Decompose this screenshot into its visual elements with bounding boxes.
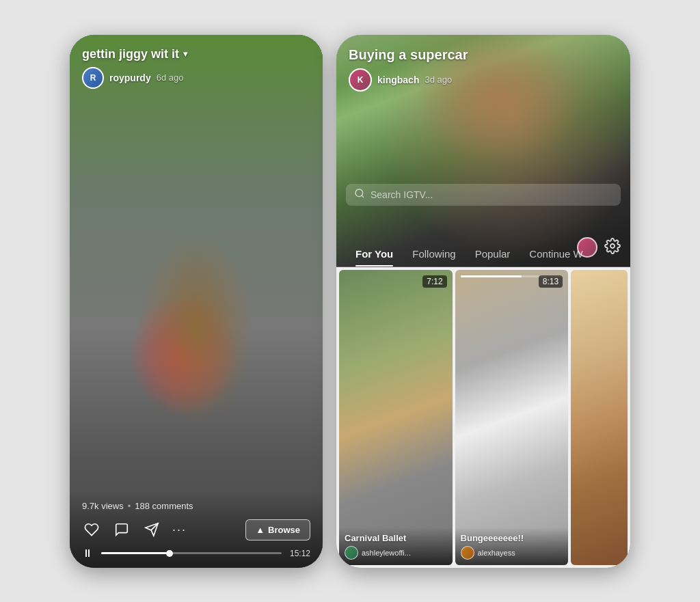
right-phone: Buying a supercar K kingbach 3d ago Sear… <box>336 35 630 568</box>
heart-icon[interactable] <box>82 520 101 539</box>
video-title-text: gettin jiggy wit it <box>82 47 179 61</box>
right-top-info: Buying a supercar K kingbach 3d ago <box>336 35 630 98</box>
left-video-background: gettin jiggy wit it ▾ R roypurdy 6d ago … <box>70 35 323 568</box>
kingbach-time-ago: 3d ago <box>425 74 452 85</box>
thumb-username-1: ashleylewoffi... <box>362 549 411 557</box>
tabs-row: For You Following Popular Continue W <box>336 241 630 267</box>
search-icon <box>354 188 365 202</box>
thumb-user-row-1: ashleylewoffi... <box>345 546 447 560</box>
search-bar[interactable]: Search IGTV... <box>346 184 621 206</box>
browse-button[interactable]: ▲ Browse <box>245 519 310 541</box>
dropdown-arrow-icon[interactable]: ▾ <box>183 49 187 59</box>
left-bottom-bar: 9.7k views • 188 comments <box>70 491 323 568</box>
chevron-up-icon: ▲ <box>256 525 265 535</box>
browse-label: Browse <box>268 525 300 535</box>
comment-count: 188 comments <box>135 501 193 511</box>
thumb-avatar-ballet <box>345 546 358 560</box>
user-row: R roypurdy 6d ago <box>82 67 310 89</box>
time-ago: 6d ago <box>157 72 184 83</box>
stats-row: 9.7k views • 188 comments <box>82 501 310 511</box>
view-count: 9.7k views <box>82 501 124 511</box>
thumb-progress-fill <box>461 275 522 277</box>
action-row: ··· ▲ Browse <box>82 519 310 541</box>
comment-icon[interactable] <box>112 520 131 539</box>
app-container: gettin jiggy wit it ▾ R roypurdy 6d ago … <box>49 14 651 588</box>
thumb-duration-1: 7:12 <box>422 275 446 288</box>
left-phone: gettin jiggy wit it ▾ R roypurdy 6d ago … <box>70 35 323 568</box>
avatar[interactable]: R <box>82 67 104 89</box>
progress-dot <box>166 550 173 557</box>
thumb-title-1: Carnival Ballet <box>345 533 447 543</box>
username[interactable]: roypurdy <box>109 72 151 83</box>
kingbach-avatar[interactable]: K <box>349 68 372 92</box>
svg-point-2 <box>355 189 363 197</box>
pause-icon[interactable]: ⏸ <box>82 547 93 560</box>
thumb-bottom-2: Bungeeeeeee!! alexhayess <box>455 528 569 565</box>
thumb-username-2: alexhayess <box>478 549 515 557</box>
separator: • <box>128 501 131 511</box>
right-phone-content: Buying a supercar K kingbach 3d ago Sear… <box>336 35 630 568</box>
video-content <box>70 35 323 568</box>
thumbnails-section: 7:12 Carnival Ballet ashleylewoffi... <box>336 267 630 568</box>
tab-popular[interactable]: Popular <box>466 241 520 266</box>
search-placeholder: Search IGTV... <box>371 189 433 200</box>
tab-for-you[interactable]: For You <box>346 241 403 266</box>
video-title: gettin jiggy wit it ▾ <box>82 47 310 61</box>
thumb-bottom-1: Carnival Ballet ashleylewoffi... <box>339 528 453 565</box>
progress-row: ⏸ 15:12 <box>82 547 310 560</box>
thumb-user-row-2: alexhayess <box>461 546 563 560</box>
right-user-row: K kingbach 3d ago <box>349 68 618 92</box>
thumb-avatar-alex <box>461 546 474 560</box>
more-icon[interactable]: ··· <box>172 523 187 537</box>
svg-line-3 <box>362 195 364 197</box>
duration: 15:12 <box>290 549 310 558</box>
thumb-title-2: Bungeeeeeee!! <box>461 533 563 543</box>
share-icon[interactable] <box>142 520 161 539</box>
kingbach-username[interactable]: kingbach <box>377 74 419 85</box>
progress-bar[interactable] <box>101 552 282 554</box>
thumb-duration-2: 8:13 <box>539 275 563 288</box>
thumb-partial[interactable] <box>571 270 628 565</box>
tab-following[interactable]: Following <box>403 241 465 266</box>
supercar-title: Buying a supercar <box>349 47 618 63</box>
left-top-bar: gettin jiggy wit it ▾ R roypurdy 6d ago <box>70 35 323 96</box>
search-area: Search IGTV... <box>336 184 630 206</box>
right-video-header: Buying a supercar K kingbach 3d ago Sear… <box>336 35 630 267</box>
tab-continue[interactable]: Continue W <box>520 241 592 266</box>
thumb-bungee[interactable]: 8:13 Bungeeeeeee!! alexhayess <box>455 270 569 565</box>
action-icons: ··· <box>82 520 187 539</box>
progress-fill <box>101 552 170 554</box>
thumb-carnival-ballet[interactable]: 7:12 Carnival Ballet ashleylewoffi... <box>339 270 453 565</box>
